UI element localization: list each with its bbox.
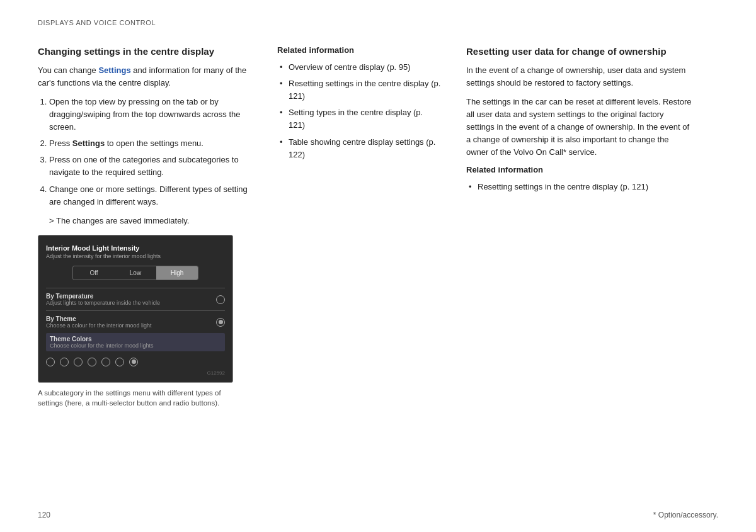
scr-subtitle: Adjust the intensity for the interior mo… [46, 253, 225, 259]
screenshot-box: Interior Mood Light Intensity Adjust the… [38, 235, 233, 383]
scr-row-by-theme: By Theme Choose a colour for the interio… [46, 310, 225, 333]
step-3: Press on one of the categories and subca… [49, 154, 252, 179]
scr-color-7 [129, 358, 138, 366]
content-columns: Changing settings in the centre display … [38, 45, 718, 408]
scr-color-4 [88, 358, 96, 366]
footnote: * Option/accessory. [653, 511, 718, 519]
scr-color-6 [115, 358, 124, 366]
scr-btn-high: High [156, 266, 198, 280]
scr-radio-theme [216, 318, 225, 327]
mid-link-3: Setting types in the centre display (p. … [277, 106, 441, 132]
scr-color-1 [46, 358, 55, 366]
right-para2: The settings in the car can be reset at … [466, 96, 693, 159]
screenshot-caption: A subcategory in the settings menu with … [38, 388, 233, 408]
column-right: Resetting user data for change of owners… [466, 45, 693, 198]
scr-btn-low: Low [115, 266, 156, 280]
left-intro: You can change Settings and information … [38, 64, 252, 89]
settings-link: Settings [98, 65, 130, 75]
scr-color-2 [60, 358, 69, 366]
scr-row-by-temp: By Temperature Adjust lights to temperat… [46, 288, 225, 310]
page: DISPLAYS AND VOICE CONTROL Changing sett… [0, 0, 756, 532]
column-mid: Related information Overview of centre d… [277, 45, 441, 165]
mid-heading: Related information [277, 45, 441, 56]
scr-row-desc-temp: Adjust lights to temperature inside the … [46, 300, 160, 306]
steps-list: Open the top view by pressing on the tab… [38, 96, 252, 208]
scr-id: G12592 [46, 370, 225, 376]
right-related-heading: Related information [466, 165, 693, 176]
scr-btn-row: Off Low High [72, 266, 198, 280]
page-number: 120 [38, 511, 50, 519]
scr-color-row [46, 354, 225, 368]
scr-radio-temp [216, 295, 225, 304]
scr-title: Interior Mood Light Intensity [46, 244, 225, 252]
scr-row-title-temp: By Temperature [46, 293, 160, 300]
scr-row-desc-theme: Choose a colour for the interior mood li… [46, 322, 152, 329]
page-footer: 120 * Option/accessory. [38, 511, 718, 519]
section-label: DISPLAYS AND VOICE CONTROL [38, 19, 718, 26]
mid-link-2: Resetting settings in the centre display… [277, 77, 441, 103]
step-2: Press Settings to open the settings menu… [49, 137, 252, 150]
scr-theme-colors-box: Theme Colors Choose colour for the inter… [46, 333, 225, 351]
mid-link-1: Overview of centre display (p. 95) [277, 61, 441, 74]
column-left: Changing settings in the centre display … [38, 45, 252, 408]
right-heading: Resetting user data for change of owners… [466, 45, 693, 58]
step-4: Change one or more settings. Different t… [49, 183, 252, 208]
scr-color-3 [74, 358, 83, 366]
scr-theme-title: Theme Colors [50, 336, 221, 342]
scr-color-5 [101, 358, 110, 366]
right-related-link-1: Resetting settings in the centre display… [466, 181, 693, 193]
right-para1: In the event of a change of ownership, u… [466, 64, 693, 89]
scr-theme-desc: Choose colour for the interior mood ligh… [50, 342, 221, 349]
right-related-list: Resetting settings in the centre display… [466, 181, 693, 193]
scr-btn-off: Off [73, 266, 115, 280]
mid-links-list: Overview of centre display (p. 95) Reset… [277, 61, 441, 161]
mid-link-4: Table showing centre display settings (p… [277, 136, 441, 161]
scr-row-title-theme: By Theme [46, 315, 152, 322]
arrow-item: The changes are saved immediately. [49, 215, 252, 227]
left-heading: Changing settings in the centre display [38, 45, 252, 58]
step-1: Open the top view by pressing on the tab… [49, 96, 252, 133]
